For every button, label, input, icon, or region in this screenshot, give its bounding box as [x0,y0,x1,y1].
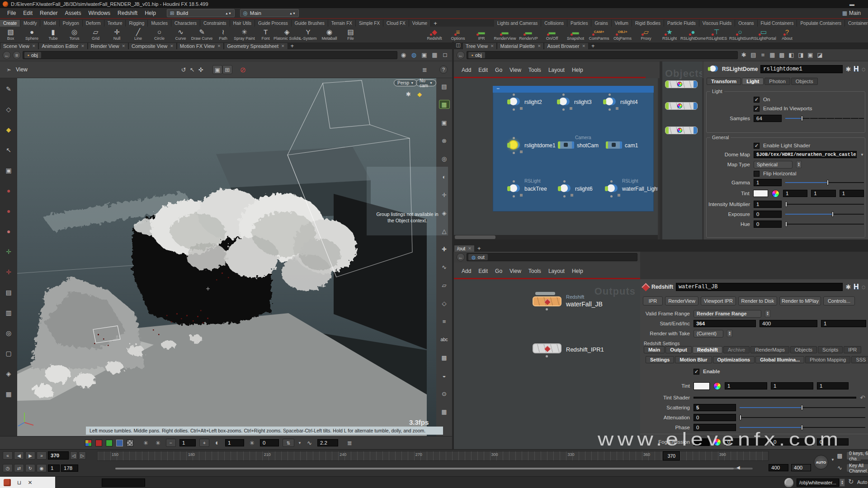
shelf-tab[interactable]: Vellum [612,20,632,27]
gear-icon[interactable]: ✱ [845,283,851,291]
shelf-tab[interactable]: Muscles [148,20,171,27]
gamma-field[interactable]: 1 [754,179,782,186]
light-node[interactable] [558,184,571,194]
exposure-field[interactable]: 0 [754,211,782,218]
shelf-tab[interactable]: Modify [20,20,40,27]
shelf-tab[interactable]: Grains [591,20,611,27]
shelf-tab[interactable]: Texture [104,20,126,27]
camera-view-icon[interactable]: ▣ [212,65,222,74]
subtab-settings[interactable]: Settings [646,356,674,363]
layers-icon[interactable]: ≣ [345,439,354,447]
light-node[interactable] [557,97,571,107]
shelf-tool-button[interactable]: OBJ+ObjParms [611,28,634,41]
globe-icon[interactable]: ◍ [410,51,418,59]
viewport-tool-icon[interactable]: ● [5,186,13,195]
light-node[interactable] [605,184,618,194]
tab-redshift[interactable]: Redshift [693,346,722,353]
auto-key-button[interactable]: AUTO [814,455,828,469]
spinner[interactable]: ▲▼ [840,479,845,487]
renderview-button[interactable]: RenderView [665,296,698,305]
node-name-field[interactable]: rslightdome1 [760,65,843,73]
dopnet-icon[interactable]: ◉ [37,464,47,472]
h-scrollbar[interactable] [454,235,658,239]
shelf-tool-button[interactable]: ✳Spray Paint [234,28,255,41]
path-field[interactable]: ▪obj [467,51,738,59]
shelf-tool-button[interactable]: ▭RSLightPortal [752,28,775,41]
samples-slider[interactable] [785,115,864,122]
camera-node[interactable] [558,141,574,149]
shelf-tool-button[interactable]: ✎Draw Curve [191,28,212,41]
shelf-tool-button[interactable]: ◆Redshift [423,28,446,41]
perspective-menu-button[interactable]: Persp▼ [394,80,417,86]
global-start-field[interactable]: 1 [48,465,60,472]
rop-node[interactable] [533,343,561,353]
menu-item[interactable]: Windows [85,9,114,17]
shelf-tab[interactable]: Hair Utils [230,20,255,27]
shelf-tab[interactable]: Deform [83,20,104,27]
range-end-handle[interactable]: ◀ [736,465,740,470]
select-icon[interactable]: ↖ [188,66,197,74]
menu-item[interactable]: File [4,9,19,17]
network-toolbar-icon[interactable]: ▤ [749,51,758,59]
tab-archive[interactable]: Archive [723,346,750,353]
shelf-tool-button[interactable]: ▱Grid [85,28,106,41]
help-button[interactable]: ? [439,66,448,74]
shelf-tab[interactable]: Polygon [60,20,83,27]
taskbar-app-icon[interactable] [4,479,11,486]
shelf-tab[interactable]: Characters [171,20,200,27]
network-toolbar-icon[interactable]: ▣ [806,51,815,59]
shelf-tab[interactable]: Rigging [126,20,148,27]
viewport-tool-icon[interactable]: ▢ [5,349,13,357]
viewport-display-icon[interactable]: ◒ [439,371,450,380]
shelf-tab[interactable]: Oceans [735,20,757,27]
shelf-tab[interactable]: Rigid Bodies [632,20,664,27]
path-field[interactable]: ◍out [467,253,637,261]
viewport-tool-icon[interactable]: ✛ [5,247,13,256]
light-node[interactable] [603,97,617,107]
render-to-mplay-button[interactable]: Render to MPlay [779,296,821,305]
pane-tab[interactable]: Motion FX View✕ [177,42,224,49]
window-restore-button[interactable]: ⊔ [17,479,21,486]
minimize-button[interactable]: ▬ [849,1,854,7]
shelf-tool-button[interactable]: ▬Snapshot [564,28,587,41]
attenuation-slider[interactable] [740,414,865,421]
viewport-display-icon[interactable]: ▱ [439,281,450,290]
alpha-checker-swatch[interactable] [127,440,133,446]
back-arrow-button[interactable]: ← [457,51,465,59]
realtime-toggle-icon[interactable]: ◷ [3,464,13,472]
geo-node[interactable] [665,80,698,88]
snapshot-icon[interactable]: ▣ [420,51,429,59]
menu-item[interactable]: Edit [19,9,36,17]
shelf-tool-button[interactable]: ≡Options [446,28,470,41]
performance-monitor-icon[interactable] [784,478,793,487]
tab-photon[interactable]: Photon [764,78,790,85]
playback-end-field[interactable]: 400 [769,464,788,471]
back-arrow-button[interactable]: ← [457,253,465,261]
menu-item[interactable]: Redshift [114,9,141,17]
node-output-dot[interactable] [546,308,548,310]
shelf-tool-button[interactable]: ○Circle [149,28,170,41]
add-pane-tab-button[interactable]: + [589,42,598,49]
shelf-tool-button[interactable]: ✛Null [106,28,127,41]
pane-tab[interactable]: Tree View✕ [462,42,497,49]
display-options-icon[interactable]: ≣ [420,66,429,74]
blue-channel-swatch[interactable] [116,440,123,446]
network-menu-item[interactable]: Go [492,66,505,74]
intensity-slider[interactable] [785,201,864,207]
color-wheel-icon[interactable] [772,190,779,197]
tint-b-field[interactable]: 1 [817,382,849,389]
pane-tab[interactable]: Material Palette✕ [497,42,544,49]
decrement-button[interactable]: − [166,439,176,447]
current-frame-field[interactable]: 370 [48,451,69,460]
shelf-tool-button[interactable]: ★RSLight [658,28,681,41]
gear-icon[interactable]: ✱ [845,66,851,73]
viewport-display-icon[interactable]: ⊙ [439,389,450,398]
network-box-header[interactable]: − [493,86,654,93]
shelf-tool-button[interactable]: ∿Curve [170,28,191,41]
menu-item[interactable]: Assets [61,9,85,17]
hue-slider[interactable] [785,221,864,227]
loop-mode-icon[interactable]: ⇄ [14,464,24,472]
shelf-tool-button[interactable]: ▱Proxy [634,28,658,41]
viewport-tool-icon[interactable]: ◇ [5,105,13,113]
shelf-tool-button[interactable]: CAM+ComParms [587,28,611,41]
